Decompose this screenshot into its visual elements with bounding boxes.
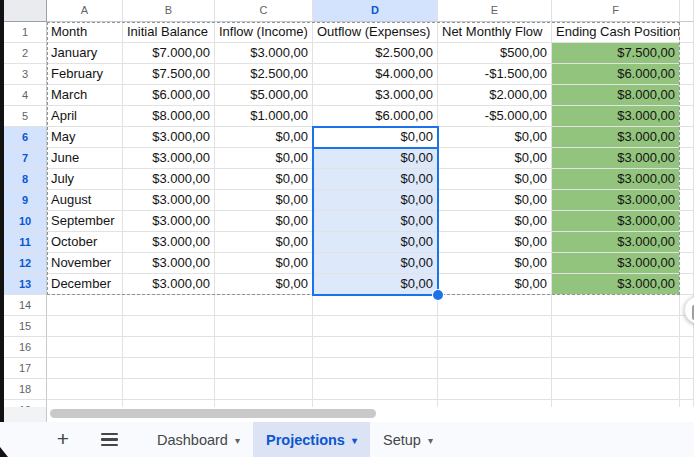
column-header-C[interactable]: C [215,0,313,22]
cell-E16[interactable] [438,337,552,358]
horizontal-scrollbar-track[interactable] [47,407,694,422]
row-header-17[interactable]: 17 [4,358,47,379]
tab-projections[interactable]: Projections ▾ [253,422,370,457]
cell-D17[interactable] [313,358,438,379]
cell-C17[interactable] [215,358,313,379]
row-header-7[interactable]: 7 [4,148,47,169]
cell-G4[interactable] [680,85,694,106]
cell-A15[interactable] [47,316,123,337]
cell-C15[interactable] [215,316,313,337]
horizontal-scrollbar-thumb[interactable] [50,409,376,418]
cell-G9[interactable] [680,190,694,211]
cell-E18[interactable] [438,379,552,400]
tab-label: Dashboard [157,432,228,448]
cell-G3[interactable] [680,64,694,85]
cell-D16[interactable] [313,337,438,358]
cell-E14[interactable] [438,295,552,316]
tab-dashboard[interactable]: Dashboard ▾ [144,422,253,457]
cell-G11[interactable] [680,232,694,253]
cell-F15[interactable] [552,316,680,337]
cell-A14[interactable] [47,295,123,316]
cell-D15[interactable] [313,316,438,337]
column-header-G-clipped[interactable] [680,0,694,22]
cell-A17[interactable] [47,358,123,379]
cell-G6[interactable] [680,127,694,148]
plus-icon: + [57,428,69,449]
menu-icon [101,433,118,446]
cell-C18[interactable] [215,379,313,400]
row-header-16[interactable]: 16 [4,337,47,358]
row-header-2[interactable]: 2 [4,43,47,64]
select-all-corner[interactable] [4,0,47,22]
tab-setup[interactable]: Setup ▾ [370,422,446,457]
cell-C14[interactable] [215,295,313,316]
cell-D14[interactable] [313,295,438,316]
row-header-8[interactable]: 8 [4,169,47,190]
chevron-down-icon: ▾ [428,435,433,446]
cell-G7[interactable] [680,148,694,169]
row-header-3[interactable]: 3 [4,64,47,85]
tab-label: Projections [266,432,345,448]
column-header-F[interactable]: F [552,0,680,22]
scrollbar-gutter [4,407,47,422]
cell-G16[interactable] [680,337,694,358]
cell-E15[interactable] [438,316,552,337]
cell-G1[interactable] [680,22,694,43]
row-header-11[interactable]: 11 [4,232,47,253]
chevron-down-icon: ▾ [235,435,240,446]
cell-G5[interactable] [680,106,694,127]
cell-G2[interactable] [680,43,694,64]
cell-E17[interactable] [438,358,552,379]
row-header-1[interactable]: 1 [4,22,47,43]
sheet-tab-bar: + Dashboard ▾ Projections ▾ Setup ▾ [0,422,694,457]
cell-B16[interactable] [123,337,215,358]
cell-A16[interactable] [47,337,123,358]
cell-F14[interactable] [552,295,680,316]
add-sheet-button[interactable]: + [50,422,76,457]
column-header-B[interactable]: B [123,0,215,22]
window-left-edge [0,0,4,422]
cell-D18[interactable] [313,379,438,400]
row-header-14[interactable]: 14 [4,295,47,316]
row-header-13[interactable]: 13 [4,274,47,295]
cell-G8[interactable] [680,169,694,190]
cell-F16[interactable] [552,337,680,358]
column-header-A[interactable]: A [47,0,123,22]
column-header-D[interactable]: D [313,0,438,22]
spreadsheet-app: ABCDEF1MonthInitial BalanceInflow (Incom… [0,0,694,457]
row-header-9[interactable]: 9 [4,190,47,211]
cell-G13[interactable] [680,274,694,295]
row-header-12[interactable]: 12 [4,253,47,274]
chevron-down-icon: ▾ [352,435,357,446]
column-header-E[interactable]: E [438,0,552,22]
row-header-6[interactable]: 6 [4,127,47,148]
row-header-15[interactable]: 15 [4,316,47,337]
cell-G10[interactable] [680,211,694,232]
row-header-5[interactable]: 5 [4,106,47,127]
cell-C16[interactable] [215,337,313,358]
cell-B14[interactable] [123,295,215,316]
cell-F18[interactable] [552,379,680,400]
cell-A18[interactable] [47,379,123,400]
cell-B15[interactable] [123,316,215,337]
cell-G12[interactable] [680,253,694,274]
row-header-10[interactable]: 10 [4,211,47,232]
cell-B18[interactable] [123,379,215,400]
cell-G18[interactable] [680,379,694,400]
tab-label: Setup [383,432,421,448]
cell-F17[interactable] [552,358,680,379]
all-sheets-button[interactable] [96,422,122,457]
row-header-18[interactable]: 18 [4,379,47,400]
copy-marquee [47,22,680,295]
cell-G17[interactable] [680,358,694,379]
window-corner [0,447,8,457]
cell-B17[interactable] [123,358,215,379]
row-header-4[interactable]: 4 [4,85,47,106]
selection-handle[interactable] [433,290,443,300]
